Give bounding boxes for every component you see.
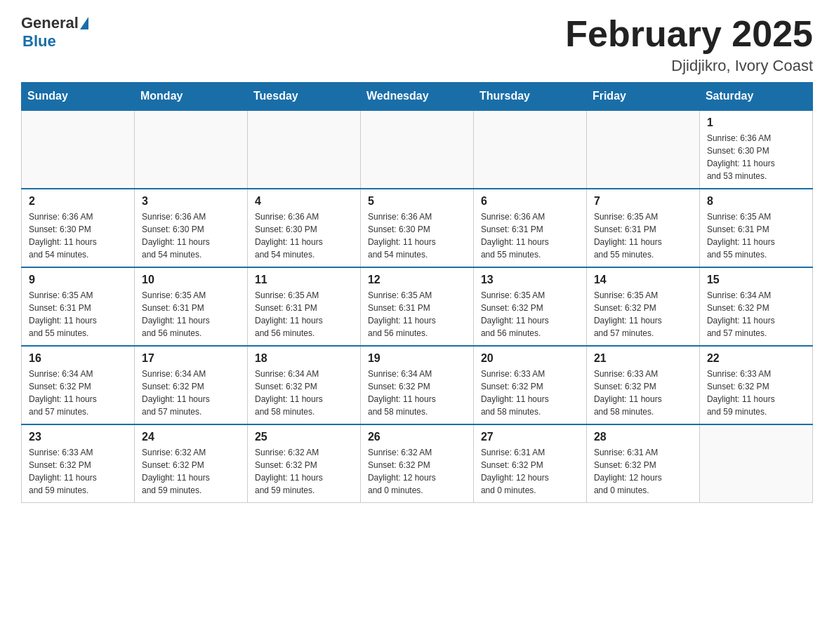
header: General Blue February 2025 Djidjikro, Iv… [21, 14, 813, 75]
day-number: 21 [594, 352, 692, 365]
day-number: 4 [255, 195, 353, 208]
day-number: 3 [142, 195, 240, 208]
day-cell: 14Sunrise: 6:35 AMSunset: 6:32 PMDayligh… [586, 267, 699, 346]
day-cell [247, 110, 360, 189]
weekday-header-row: SundayMondayTuesdayWednesdayThursdayFrid… [22, 83, 813, 111]
day-info: Sunrise: 6:34 AMSunset: 6:32 PMDaylight:… [29, 368, 127, 418]
day-number: 6 [481, 195, 579, 208]
day-number: 20 [481, 352, 579, 365]
day-cell: 23Sunrise: 6:33 AMSunset: 6:32 PMDayligh… [22, 424, 135, 503]
logo-general-text: General [21, 14, 79, 32]
day-info: Sunrise: 6:35 AMSunset: 6:32 PMDaylight:… [481, 289, 579, 340]
day-cell: 27Sunrise: 6:31 AMSunset: 6:32 PMDayligh… [473, 424, 586, 503]
day-info: Sunrise: 6:35 AMSunset: 6:31 PMDaylight:… [142, 289, 240, 340]
day-cell: 2Sunrise: 6:36 AMSunset: 6:30 PMDaylight… [22, 189, 135, 267]
day-number: 14 [594, 274, 692, 286]
day-number: 10 [142, 274, 240, 286]
week-row-4: 16Sunrise: 6:34 AMSunset: 6:32 PMDayligh… [22, 346, 813, 424]
day-cell: 6Sunrise: 6:36 AMSunset: 6:31 PMDaylight… [473, 189, 586, 267]
day-cell [699, 424, 812, 503]
day-number: 26 [368, 431, 466, 443]
day-info: Sunrise: 6:36 AMSunset: 6:30 PMDaylight:… [29, 210, 127, 261]
day-cell [360, 110, 473, 189]
day-info: Sunrise: 6:34 AMSunset: 6:32 PMDaylight:… [255, 368, 353, 418]
weekday-header-saturday: Saturday [699, 83, 812, 111]
day-cell: 21Sunrise: 6:33 AMSunset: 6:32 PMDayligh… [586, 346, 699, 424]
weekday-header-monday: Monday [134, 83, 247, 111]
day-number: 19 [368, 352, 466, 365]
day-info: Sunrise: 6:31 AMSunset: 6:32 PMDaylight:… [594, 446, 692, 497]
day-number: 16 [29, 352, 127, 365]
logo-blue-text: Blue [22, 32, 56, 51]
day-cell: 8Sunrise: 6:35 AMSunset: 6:31 PMDaylight… [699, 189, 812, 267]
day-number: 24 [142, 431, 240, 443]
day-cell: 5Sunrise: 6:36 AMSunset: 6:30 PMDaylight… [360, 189, 473, 267]
calendar: SundayMondayTuesdayWednesdayThursdayFrid… [21, 82, 813, 503]
day-cell: 9Sunrise: 6:35 AMSunset: 6:31 PMDaylight… [22, 267, 135, 346]
title-area: February 2025 Djidjikro, Ivory Coast [565, 14, 813, 75]
week-row-1: 1Sunrise: 6:36 AMSunset: 6:30 PMDaylight… [22, 110, 813, 189]
day-cell: 18Sunrise: 6:34 AMSunset: 6:32 PMDayligh… [247, 346, 360, 424]
week-row-5: 23Sunrise: 6:33 AMSunset: 6:32 PMDayligh… [22, 424, 813, 503]
day-info: Sunrise: 6:33 AMSunset: 6:32 PMDaylight:… [481, 368, 579, 418]
day-info: Sunrise: 6:36 AMSunset: 6:30 PMDaylight:… [368, 210, 466, 261]
day-cell: 20Sunrise: 6:33 AMSunset: 6:32 PMDayligh… [473, 346, 586, 424]
day-cell: 16Sunrise: 6:34 AMSunset: 6:32 PMDayligh… [22, 346, 135, 424]
day-number: 8 [707, 195, 805, 208]
day-cell: 10Sunrise: 6:35 AMSunset: 6:31 PMDayligh… [134, 267, 247, 346]
day-cell: 1Sunrise: 6:36 AMSunset: 6:30 PMDaylight… [699, 110, 812, 189]
day-info: Sunrise: 6:33 AMSunset: 6:32 PMDaylight:… [594, 368, 692, 418]
week-row-3: 9Sunrise: 6:35 AMSunset: 6:31 PMDaylight… [22, 267, 813, 346]
day-cell: 4Sunrise: 6:36 AMSunset: 6:30 PMDaylight… [247, 189, 360, 267]
weekday-header-friday: Friday [586, 83, 699, 111]
weekday-header-sunday: Sunday [22, 83, 135, 111]
day-info: Sunrise: 6:35 AMSunset: 6:31 PMDaylight:… [255, 289, 353, 340]
day-info: Sunrise: 6:35 AMSunset: 6:31 PMDaylight:… [707, 210, 805, 261]
day-number: 18 [255, 352, 353, 365]
logo: General Blue [21, 14, 90, 51]
day-cell [22, 110, 135, 189]
day-cell [586, 110, 699, 189]
day-info: Sunrise: 6:36 AMSunset: 6:30 PMDaylight:… [142, 210, 240, 261]
day-cell: 11Sunrise: 6:35 AMSunset: 6:31 PMDayligh… [247, 267, 360, 346]
day-info: Sunrise: 6:33 AMSunset: 6:32 PMDaylight:… [29, 446, 127, 497]
day-cell: 15Sunrise: 6:34 AMSunset: 6:32 PMDayligh… [699, 267, 812, 346]
day-number: 28 [594, 431, 692, 443]
week-row-2: 2Sunrise: 6:36 AMSunset: 6:30 PMDaylight… [22, 189, 813, 267]
day-info: Sunrise: 6:34 AMSunset: 6:32 PMDaylight:… [142, 368, 240, 418]
day-cell: 24Sunrise: 6:32 AMSunset: 6:32 PMDayligh… [134, 424, 247, 503]
day-info: Sunrise: 6:33 AMSunset: 6:32 PMDaylight:… [707, 368, 805, 418]
month-title: February 2025 [565, 14, 813, 54]
day-cell: 25Sunrise: 6:32 AMSunset: 6:32 PMDayligh… [247, 424, 360, 503]
day-info: Sunrise: 6:35 AMSunset: 6:31 PMDaylight:… [594, 210, 692, 261]
day-number: 27 [481, 431, 579, 443]
day-info: Sunrise: 6:36 AMSunset: 6:30 PMDaylight:… [707, 132, 805, 182]
day-cell: 3Sunrise: 6:36 AMSunset: 6:30 PMDaylight… [134, 189, 247, 267]
day-cell: 22Sunrise: 6:33 AMSunset: 6:32 PMDayligh… [699, 346, 812, 424]
day-number: 25 [255, 431, 353, 443]
logo-triangle-icon [80, 17, 88, 29]
day-number: 7 [594, 195, 692, 208]
day-cell: 12Sunrise: 6:35 AMSunset: 6:31 PMDayligh… [360, 267, 473, 346]
weekday-header-thursday: Thursday [473, 83, 586, 111]
day-info: Sunrise: 6:36 AMSunset: 6:31 PMDaylight:… [481, 210, 579, 261]
day-number: 5 [368, 195, 466, 208]
day-cell: 7Sunrise: 6:35 AMSunset: 6:31 PMDaylight… [586, 189, 699, 267]
day-info: Sunrise: 6:34 AMSunset: 6:32 PMDaylight:… [368, 368, 466, 418]
day-info: Sunrise: 6:32 AMSunset: 6:32 PMDaylight:… [142, 446, 240, 497]
day-number: 9 [29, 274, 127, 286]
day-number: 23 [29, 431, 127, 443]
day-number: 1 [707, 116, 805, 129]
location: Djidjikro, Ivory Coast [565, 57, 813, 75]
day-info: Sunrise: 6:34 AMSunset: 6:32 PMDaylight:… [707, 289, 805, 340]
day-number: 2 [29, 195, 127, 208]
day-info: Sunrise: 6:32 AMSunset: 6:32 PMDaylight:… [368, 446, 466, 497]
day-number: 11 [255, 274, 353, 286]
day-number: 15 [707, 274, 805, 286]
day-cell: 28Sunrise: 6:31 AMSunset: 6:32 PMDayligh… [586, 424, 699, 503]
day-info: Sunrise: 6:36 AMSunset: 6:30 PMDaylight:… [255, 210, 353, 261]
day-info: Sunrise: 6:35 AMSunset: 6:31 PMDaylight:… [29, 289, 127, 340]
day-cell [473, 110, 586, 189]
day-info: Sunrise: 6:32 AMSunset: 6:32 PMDaylight:… [255, 446, 353, 497]
day-number: 13 [481, 274, 579, 286]
